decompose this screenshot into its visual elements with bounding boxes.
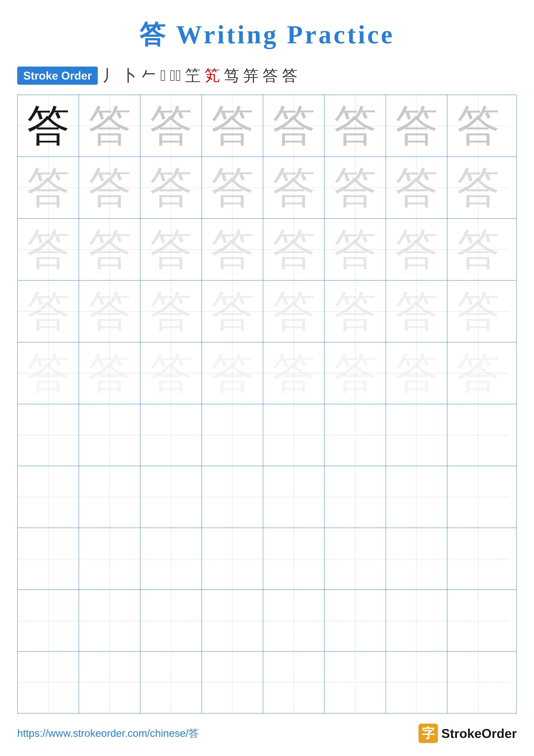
grid-cell-8-2[interactable] [79, 528, 140, 589]
grid-cell-9-7[interactable] [386, 590, 447, 651]
grid-cell-10-5[interactable] [263, 652, 325, 713]
grid-cell-6-2[interactable] [79, 404, 140, 466]
grid-cell-10-1[interactable] [18, 652, 79, 713]
grid-row-8 [18, 528, 516, 590]
grid-cell-2-3[interactable]: 答 [140, 157, 202, 218]
grid-cell-2-1[interactable]: 答 [18, 157, 79, 218]
grid-cell-4-2[interactable]: 答 [79, 281, 140, 342]
grid-cell-8-3[interactable] [140, 528, 202, 589]
grid-row-7 [18, 466, 516, 528]
grid-cell-2-5[interactable]: 答 [263, 157, 325, 218]
grid-cell-5-8[interactable]: 答 [447, 342, 509, 404]
grid-cell-2-7[interactable]: 答 [386, 157, 447, 218]
grid-cell-5-2[interactable]: 答 [79, 342, 140, 404]
grid-cell-4-6[interactable]: 答 [325, 281, 386, 342]
grid-cell-3-1[interactable]: 答 [18, 219, 79, 280]
grid-cell-2-6[interactable]: 答 [325, 157, 386, 218]
grid-cell-10-7[interactable] [386, 652, 447, 713]
grid-cell-5-7[interactable]: 答 [386, 342, 447, 404]
grid-cell-7-3[interactable] [140, 466, 202, 527]
grid-row-9 [18, 590, 516, 652]
practice-char: 答 [27, 166, 70, 209]
grid-cell-10-2[interactable] [79, 652, 140, 713]
grid-cell-9-4[interactable] [202, 590, 263, 651]
grid-row-10 [18, 652, 516, 713]
grid-cell-7-1[interactable] [18, 466, 79, 527]
grid-cell-7-8[interactable] [447, 466, 509, 527]
grid-cell-8-4[interactable] [202, 528, 263, 589]
grid-cell-4-1[interactable]: 答 [18, 281, 79, 342]
grid-cell-3-7[interactable]: 答 [386, 219, 447, 280]
grid-cell-7-2[interactable] [79, 466, 140, 527]
grid-cell-10-8[interactable] [447, 652, 509, 713]
grid-cell-10-4[interactable] [202, 652, 263, 713]
grid-cell-10-6[interactable] [325, 652, 386, 713]
grid-cell-1-2[interactable]: 答 [79, 95, 140, 156]
practice-char: 答 [149, 290, 192, 333]
grid-cell-5-1[interactable]: 答 [18, 342, 79, 404]
grid-cell-10-3[interactable] [140, 652, 202, 713]
grid-cell-1-3[interactable]: 答 [140, 95, 202, 156]
grid-cell-4-3[interactable]: 答 [140, 281, 202, 342]
grid-cell-3-5[interactable]: 答 [263, 219, 325, 280]
grid-cell-6-6[interactable] [325, 404, 386, 466]
practice-grid: 答 答 答 答 答 答 答 答 答 答 答 [17, 94, 517, 714]
grid-cell-9-1[interactable] [18, 590, 79, 651]
grid-cell-5-4[interactable]: 答 [202, 342, 263, 404]
practice-char: 答 [27, 290, 70, 333]
grid-cell-1-1[interactable]: 答 [18, 95, 79, 156]
practice-char: 答 [272, 228, 315, 271]
grid-cell-6-3[interactable] [140, 404, 202, 466]
grid-cell-3-6[interactable]: 答 [325, 219, 386, 280]
grid-cell-9-3[interactable] [140, 590, 202, 651]
grid-cell-9-8[interactable] [447, 590, 509, 651]
grid-row-1: 答 答 答 答 答 答 答 答 [18, 95, 516, 157]
grid-cell-7-4[interactable] [202, 466, 263, 527]
grid-cell-8-8[interactable] [447, 528, 509, 589]
grid-cell-8-7[interactable] [386, 528, 447, 589]
stroke-2: 卜 [121, 65, 137, 86]
grid-cell-5-5[interactable]: 答 [263, 342, 325, 404]
grid-cell-3-8[interactable]: 答 [447, 219, 509, 280]
grid-cell-1-5[interactable]: 答 [263, 95, 325, 156]
grid-cell-1-4[interactable]: 答 [202, 95, 263, 156]
grid-cell-3-2[interactable]: 答 [79, 219, 140, 280]
practice-char: 答 [457, 228, 500, 271]
practice-char: 答 [88, 228, 131, 271]
grid-cell-8-1[interactable] [18, 528, 79, 589]
grid-cell-5-6[interactable]: 答 [325, 342, 386, 404]
stroke-1: 丿 [102, 65, 117, 86]
grid-cell-4-5[interactable]: 答 [263, 281, 325, 342]
practice-char: 答 [395, 352, 438, 395]
stroke-5: 𠃊𠃊 [170, 67, 181, 85]
grid-cell-6-8[interactable] [447, 404, 509, 466]
grid-cell-4-8[interactable]: 答 [447, 281, 509, 342]
grid-cell-6-4[interactable] [202, 404, 263, 466]
grid-cell-1-8[interactable]: 答 [447, 95, 509, 156]
practice-char: 答 [395, 228, 438, 271]
grid-cell-9-2[interactable] [79, 590, 140, 651]
grid-cell-8-6[interactable] [325, 528, 386, 589]
grid-cell-7-6[interactable] [325, 466, 386, 527]
grid-cell-9-6[interactable] [325, 590, 386, 651]
grid-cell-1-7[interactable]: 答 [386, 95, 447, 156]
grid-cell-7-7[interactable] [386, 466, 447, 527]
practice-char: 答 [211, 290, 254, 333]
grid-cell-4-4[interactable]: 答 [202, 281, 263, 342]
grid-cell-8-5[interactable] [263, 528, 325, 589]
grid-cell-1-6[interactable]: 答 [325, 95, 386, 156]
grid-cell-5-3[interactable]: 答 [140, 342, 202, 404]
grid-cell-3-3[interactable]: 答 [140, 219, 202, 280]
grid-cell-2-4[interactable]: 答 [202, 157, 263, 218]
grid-cell-4-7[interactable]: 答 [386, 281, 447, 342]
grid-cell-7-5[interactable] [263, 466, 325, 527]
grid-cell-6-5[interactable] [263, 404, 325, 466]
grid-cell-9-5[interactable] [263, 590, 325, 651]
stroke-10: 答 [263, 65, 278, 86]
grid-cell-3-4[interactable]: 答 [202, 219, 263, 280]
grid-cell-6-7[interactable] [386, 404, 447, 466]
practice-char: 答 [211, 352, 254, 395]
grid-cell-2-8[interactable]: 答 [447, 157, 509, 218]
grid-cell-2-2[interactable]: 答 [79, 157, 140, 218]
grid-cell-6-1[interactable] [18, 404, 79, 466]
